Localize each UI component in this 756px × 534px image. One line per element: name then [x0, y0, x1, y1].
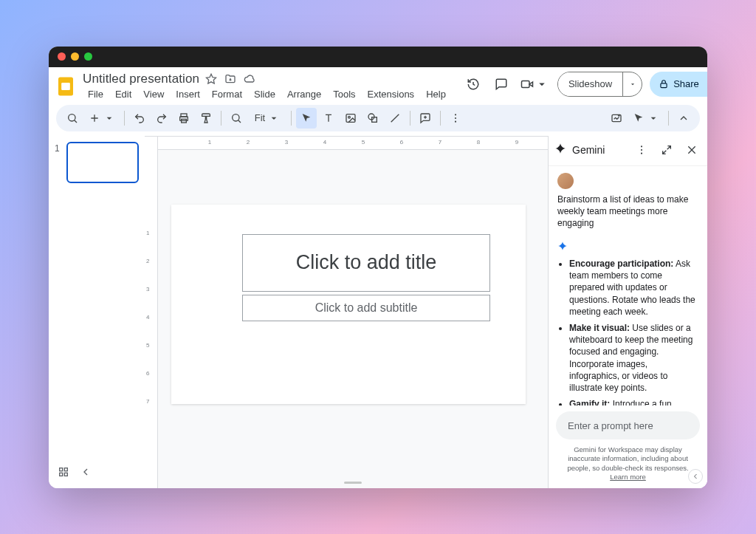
gemini-response-icon: [557, 241, 698, 253]
svg-point-16: [455, 120, 456, 122]
bottom-left-controls: [58, 466, 92, 481]
line-tool-icon[interactable]: [385, 108, 405, 129]
image-generate-icon[interactable]: [606, 108, 627, 129]
svg-rect-24: [64, 473, 67, 476]
list-item: Make it visual: Use slides or a whiteboa…: [569, 322, 698, 394]
menu-help[interactable]: Help: [421, 86, 451, 102]
textbox-tool-icon[interactable]: [318, 108, 339, 129]
search-menu-icon[interactable]: [62, 108, 83, 129]
comment-tool-icon[interactable]: [415, 108, 436, 129]
menu-extensions[interactable]: Extensions: [362, 86, 420, 102]
svg-point-18: [641, 146, 642, 147]
move-folder-icon[interactable]: [224, 73, 236, 85]
slideshow-button[interactable]: Slideshow: [558, 72, 622, 96]
window-minimize-button[interactable]: [71, 52, 79, 61]
svg-rect-10: [346, 114, 355, 122]
gemini-expand-icon[interactable]: [657, 140, 676, 160]
meet-icon[interactable]: [519, 74, 550, 95]
svg-rect-22: [64, 468, 67, 470]
grid-view-icon[interactable]: [58, 466, 69, 481]
list-item: Gamify it: Introduce a fun element, such…: [569, 398, 698, 405]
vertical-ruler: 1 2 3 4 5 6 7: [145, 137, 158, 488]
svg-rect-3: [521, 81, 529, 87]
svg-rect-1: [61, 83, 70, 90]
window-titlebar: [49, 47, 707, 67]
zoom-tool-icon[interactable]: [226, 108, 247, 129]
slides-logo-icon[interactable]: [55, 73, 77, 100]
image-tool-icon[interactable]: [340, 108, 361, 129]
new-slide-button[interactable]: [84, 108, 120, 129]
window-maximize-button[interactable]: [84, 52, 92, 61]
menu-edit[interactable]: Edit: [110, 86, 137, 102]
svg-point-9: [233, 114, 239, 120]
menu-slide[interactable]: Slide: [249, 86, 281, 102]
window-close-button[interactable]: [58, 52, 66, 61]
select-tool-icon[interactable]: [296, 108, 317, 129]
star-icon[interactable]: [205, 73, 217, 85]
app-window: Untitled presentation File Edit View Ins…: [49, 47, 707, 488]
share-label: Share: [673, 78, 699, 89]
shape-tool-icon[interactable]: [362, 108, 383, 129]
gemini-response-list: Encourage participation: Ask team member…: [557, 258, 698, 405]
svg-rect-23: [60, 473, 63, 476]
share-split-button: Share: [650, 72, 707, 97]
document-title[interactable]: Untitled presentation: [83, 72, 199, 86]
side-panel-toggle-icon[interactable]: [688, 469, 703, 484]
collapse-filmstrip-icon[interactable]: [80, 466, 92, 481]
svg-point-11: [348, 116, 351, 118]
gemini-title: Gemini: [572, 144, 605, 156]
slideshow-dropdown[interactable]: [622, 72, 642, 96]
speaker-notes-handle[interactable]: [344, 482, 362, 484]
gemini-more-icon[interactable]: [632, 140, 651, 160]
canvas-area: 1 2 3 4 5 6 7 1 2 3 4 5 6 7: [145, 136, 548, 488]
print-button[interactable]: [173, 108, 194, 129]
undo-button[interactable]: [129, 108, 150, 129]
slide-canvas[interactable]: Click to add title Click to add subtitle: [171, 205, 526, 404]
svg-point-15: [455, 117, 456, 118]
menu-arrange[interactable]: Arrange: [282, 86, 326, 102]
slides-app: Untitled presentation File Edit View Ins…: [49, 67, 707, 488]
slide-number-label: 1: [55, 143, 60, 154]
comments-icon[interactable]: [491, 74, 512, 95]
gemini-user-prompt: Brainstorm a list of ideas to make weekl…: [557, 194, 698, 230]
gemini-panel: Gemini Brainstorm a list of ideas to mak…: [548, 136, 707, 488]
menu-format[interactable]: Format: [207, 86, 247, 102]
zoom-level-dropdown[interactable]: Fit: [248, 108, 286, 129]
list-item: Encourage participation: Ask team member…: [569, 258, 698, 318]
menu-view[interactable]: View: [138, 86, 169, 102]
filmstrip: 1: [49, 136, 145, 488]
hide-menus-icon[interactable]: [673, 108, 694, 129]
title-placeholder[interactable]: Click to add title: [242, 234, 490, 292]
svg-rect-4: [661, 83, 667, 87]
menu-bar: File Edit View Insert Format Slide Arran…: [83, 86, 451, 102]
gemini-user-avatar: [557, 173, 574, 189]
cloud-status-icon[interactable]: [244, 73, 255, 85]
share-button[interactable]: Share: [650, 72, 707, 97]
transition-button[interactable]: [628, 108, 664, 129]
paint-format-button[interactable]: [196, 108, 216, 129]
gemini-prompt-input[interactable]: Enter a prompt here: [556, 411, 700, 439]
svg-marker-2: [206, 74, 216, 83]
gemini-disclaimer: Gemini for Workspace may display inaccur…: [549, 445, 707, 487]
overflow-menu-icon[interactable]: [445, 108, 466, 129]
svg-point-5: [69, 114, 75, 120]
app-header: Untitled presentation File Edit View Ins…: [49, 67, 707, 102]
svg-point-20: [641, 153, 642, 154]
slideshow-split-button: Slideshow: [557, 72, 642, 97]
slide-thumbnail-1[interactable]: [66, 142, 139, 183]
toolbar: Fit: [56, 105, 700, 131]
gemini-conversation: Brainstorm a list of ideas to make weekl…: [549, 165, 707, 406]
menu-tools[interactable]: Tools: [328, 86, 360, 102]
menu-file[interactable]: File: [83, 86, 109, 102]
svg-point-19: [641, 149, 642, 151]
subtitle-placeholder[interactable]: Click to add subtitle: [242, 295, 490, 321]
redo-button[interactable]: [151, 108, 172, 129]
gemini-spark-icon: [554, 143, 566, 157]
gemini-learn-more-link[interactable]: Learn more: [610, 473, 646, 481]
horizontal-ruler: 1 2 3 4 5 6 7 8 9: [158, 137, 548, 150]
gemini-input-placeholder: Enter a prompt here: [568, 420, 653, 431]
gemini-close-icon[interactable]: [682, 140, 701, 160]
header-right: Slideshow Share: [463, 72, 707, 97]
history-icon[interactable]: [463, 74, 484, 95]
menu-insert[interactable]: Insert: [171, 86, 205, 102]
